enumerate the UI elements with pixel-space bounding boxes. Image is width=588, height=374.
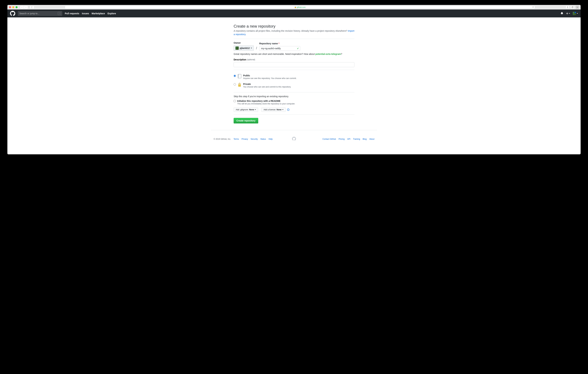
private-subtitle: You choose who can see and commit to thi… (243, 86, 354, 88)
caret-down-icon (282, 109, 284, 110)
hint-text: Great repository names are short and mem… (234, 53, 315, 55)
back-button[interactable]: ‹ (20, 6, 24, 9)
footer-status-link[interactable]: Status (260, 138, 266, 140)
nav-buttons: ‹ › (20, 6, 28, 9)
repo-name-label: Repository name * (259, 42, 300, 45)
refresh-icon[interactable]: ⟳ (532, 6, 534, 8)
public-radio[interactable] (234, 75, 236, 77)
required-asterisk: * (279, 42, 279, 45)
license-value: None (277, 108, 282, 111)
svg-text:i: i (288, 109, 289, 110)
nav-pull-requests[interactable]: Pull requests (65, 12, 79, 15)
github-logo[interactable] (10, 11, 15, 16)
svg-point-7 (238, 75, 238, 76)
footer-github-logo[interactable] (292, 137, 296, 141)
gitignore-select-button[interactable]: Add .gitignore: None (234, 107, 258, 112)
page-description: A repository contains all project files,… (234, 29, 354, 36)
page-title: Create a new repository (234, 24, 354, 29)
url-bar[interactable]: 🔒 github.com ⟳ (65, 6, 535, 9)
footer-pricing-link[interactable]: Pricing (339, 138, 345, 140)
repo-icon (238, 74, 242, 79)
description-optional: (optional) (247, 58, 255, 61)
owner-select-button[interactable]: pjlamb12 (234, 45, 254, 51)
url-domain: github.com (297, 6, 306, 8)
main-content: Create a new repository A repository con… (231, 17, 357, 130)
dropdown-row: Add .gitignore: None Add a license: None… (234, 107, 354, 112)
github-footer: © 2019 GitHub, Inc. Terms Privacy Securi… (211, 130, 377, 154)
repo-name-label-text: Repository name (259, 42, 278, 45)
maximize-window-button[interactable] (16, 6, 18, 8)
avatar (573, 12, 576, 15)
browser-chrome: ‹ › 🔒 github.com ⟳ + (7, 5, 581, 10)
private-title: Private (243, 83, 354, 85)
info-icon[interactable]: i (287, 108, 290, 111)
notifications-button[interactable] (561, 12, 563, 15)
search-input[interactable]: Search or jump to... / (18, 11, 62, 16)
svg-point-8 (238, 76, 238, 76)
search-placeholder: Search or jump to... (19, 12, 39, 15)
check-icon: ✓ (297, 47, 299, 50)
search-slash-hint: / (58, 12, 61, 15)
user-menu-button[interactable] (573, 12, 578, 15)
readme-checkbox[interactable] (234, 100, 236, 102)
close-window-button[interactable] (9, 6, 11, 8)
readme-subtitle: This will let you immediately clone the … (237, 103, 354, 105)
license-prefix: Add a license: (263, 108, 276, 111)
caret-down-icon (577, 13, 578, 14)
caret-down-icon (255, 109, 256, 110)
license-select-button[interactable]: Add a license: None (261, 107, 285, 112)
svg-rect-9 (238, 84, 241, 87)
readme-option[interactable]: Initialize this repository with a README (234, 100, 354, 102)
footer-security-link[interactable]: Security (251, 138, 258, 140)
hint-suggestion-link[interactable]: potential-octo-telegram (315, 53, 341, 55)
public-subtitle: Anyone can see this repository. You choo… (243, 77, 354, 79)
caret-down-icon (251, 48, 252, 48)
footer-copyright: © 2019 GitHub, Inc. (214, 138, 231, 140)
show-sidebar-button[interactable] (30, 6, 34, 9)
owner-name: pjlamb12 (240, 47, 250, 49)
owner-label: Owner (234, 42, 254, 44)
svg-rect-0 (31, 6, 33, 8)
footer-help-link[interactable]: Help (269, 138, 273, 140)
minimize-window-button[interactable] (12, 6, 14, 8)
public-title: Public (243, 74, 354, 77)
visibility-private-option[interactable]: Private You choose who can see and commi… (234, 81, 354, 90)
footer-blog-link[interactable]: Blog (363, 138, 367, 140)
footer-contact-link[interactable]: Contact GitHub (323, 138, 336, 140)
readme-title: Initialize this repository with a README (237, 100, 280, 102)
create-new-button[interactable] (566, 12, 570, 15)
github-header: Search or jump to... / Pull requests Iss… (7, 10, 581, 17)
new-tab-button[interactable]: + (576, 6, 579, 9)
share-button[interactable] (566, 6, 569, 9)
nav-issues[interactable]: Issues (82, 12, 89, 15)
repo-name-input[interactable] (259, 46, 300, 51)
gitignore-prefix: Add .gitignore: (236, 108, 248, 111)
visibility-public-option[interactable]: Public Anyone can see this repository. Y… (234, 73, 354, 81)
description-label: Description (234, 58, 246, 61)
owner-avatar (235, 46, 239, 50)
page-desc-text: A repository contains all project files,… (234, 30, 348, 32)
skip-note: Skip this step if you're importing an ex… (234, 95, 354, 98)
footer-about-link[interactable]: About (369, 138, 374, 140)
footer-terms-link[interactable]: Terms (234, 138, 239, 140)
header-right (561, 12, 578, 15)
lock-icon (238, 82, 242, 88)
description-input[interactable] (234, 62, 354, 67)
repo-name-hint: Great repository names are short and mem… (234, 53, 354, 55)
private-radio[interactable] (234, 83, 236, 85)
caret-down-icon (569, 13, 570, 14)
traffic-lights (9, 6, 18, 8)
create-repository-button[interactable]: Create repository (234, 118, 258, 123)
gitignore-value: None (249, 108, 254, 111)
footer-training-link[interactable]: Training (353, 138, 360, 140)
tabs-button[interactable] (570, 6, 574, 9)
owner-repo-row: Owner pjlamb12 / Repository name * ✓ (234, 42, 354, 51)
chrome-right: + (566, 6, 579, 9)
nav-marketplace[interactable]: Marketplace (92, 12, 105, 15)
svg-rect-4 (238, 74, 241, 78)
browser-window: ‹ › 🔒 github.com ⟳ + Sear (7, 5, 581, 154)
footer-privacy-link[interactable]: Privacy (242, 138, 248, 140)
nav-explore[interactable]: Explore (107, 12, 116, 15)
forward-button[interactable]: › (24, 6, 28, 9)
footer-api-link[interactable]: API (347, 138, 350, 140)
